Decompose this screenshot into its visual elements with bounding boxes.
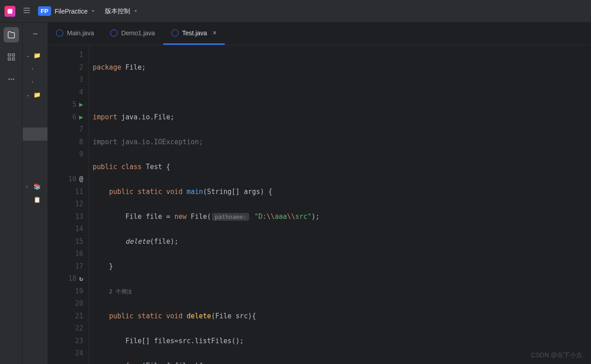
tree-item-selected[interactable] [23,128,47,141]
svg-point-9 [10,79,12,80]
svg-point-10 [13,79,14,80]
svg-rect-7 [12,58,14,60]
run-icon[interactable]: ▶ [79,111,83,124]
code-editor[interactable]: 1 2 3 4 5▶ 6▶ 7 8 9 10@ 11 12 13 14 15 1… [48,45,591,364]
tree-spacer [23,141,47,180]
tree-item[interactable]: ⌄📁 [23,88,47,101]
svg-point-8 [8,79,9,80]
editor-area: Main.java Demo1.java Test.java × 1 2 3 4… [48,23,591,364]
svg-rect-5 [12,54,14,56]
tab-test-java[interactable]: Test.java × [163,23,225,45]
main-menu-button[interactable] [22,6,31,17]
tree-item[interactable]: › [23,75,47,88]
structure-tool-button[interactable] [4,49,19,65]
usage-hint[interactable]: 2 个用法 [109,288,132,295]
project-name[interactable]: FilePractice [55,8,88,15]
project-panel: ⌄📁 › › ⌄📁 ›📚 📋 [23,23,48,364]
java-class-icon [110,29,118,37]
app-icon[interactable] [5,6,15,17]
tab-label: Test.java [182,29,207,37]
svg-rect-6 [8,58,10,60]
more-tool-button[interactable] [4,71,19,87]
project-tool-button[interactable] [4,27,19,43]
svg-rect-4 [8,54,10,56]
gutter: 1 2 3 4 5▶ 6▶ 7 8 9 10@ 11 12 13 14 15 1… [48,45,89,364]
tree-item[interactable]: ›📚 [23,180,47,193]
chevron-down-icon[interactable] [133,7,138,15]
run-icon[interactable]: ▶ [79,99,83,111]
close-icon[interactable]: × [213,29,217,37]
code-content[interactable]: package File; import java.io.File; impor… [89,45,591,364]
java-class-icon [56,29,63,37]
left-tool-rail [0,23,23,364]
tree-item[interactable]: ⌄📁 [23,49,47,62]
chevron-down-icon[interactable] [90,7,96,15]
param-hint: pathname: [212,213,249,221]
java-class-icon [171,29,179,37]
annotation-icon[interactable]: @ [79,173,83,186]
editor-tabs: Main.java Demo1.java Test.java × [48,23,591,45]
svg-rect-0 [8,9,13,14]
tree-item[interactable]: 📋 [23,193,47,206]
recursive-icon[interactable]: ↻ [79,273,83,285]
tab-demo1-java[interactable]: Demo1.java [102,23,163,45]
titlebar: FP FilePractice 版本控制 [0,0,591,23]
watermark: CSDN @在下小吉. [531,351,584,359]
tab-label: Demo1.java [121,29,155,37]
project-badge[interactable]: FP [38,6,51,16]
tab-main-java[interactable]: Main.java [48,23,102,45]
version-control-menu[interactable]: 版本控制 [105,7,130,15]
tree-item[interactable] [23,101,47,128]
tree-item[interactable]: › [23,62,47,75]
tab-label: Main.java [67,29,94,37]
panel-collapse-button[interactable] [23,23,47,45]
